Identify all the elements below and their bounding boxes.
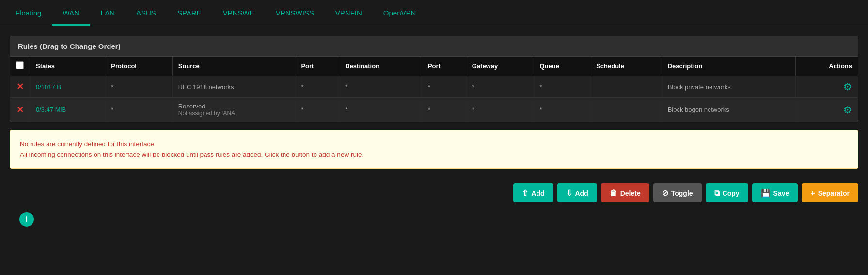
info-circle-icon[interactable]: i [19,212,34,227]
tab-floating[interactable]: Floating [5,0,52,26]
row1-port: * [295,76,339,98]
toggle-icon: ⊘ [662,188,668,198]
row2-actions: ⚙ [795,98,858,122]
warning-line1: No rules are currently defined for this … [20,139,848,150]
row1-protocol: * [105,76,172,98]
rules-panel: Rules (Drag to Change Order) States Prot… [10,36,858,122]
row1-description: Block private networks [662,76,795,98]
tab-lan[interactable]: LAN [90,0,126,26]
row1-gateway: * [466,76,534,98]
row2-schedule [590,98,662,122]
tab-openvpn[interactable]: OpenVPN [373,0,427,26]
col-dest-port: Port [422,57,466,76]
table-row: ✕ 0/3.47 MiB * Reserved Not assigned by … [10,98,858,122]
delete-icon: 🗑 [610,189,617,198]
add-down-label: Add [575,189,588,197]
table-row: ✕ 0/1017 B * RFC 1918 networks * * * * *… [10,76,858,98]
add-up-icon: ⇧ [522,188,528,198]
separator-label: Separator [818,189,850,197]
save-label: Save [773,189,789,197]
toggle-label: Toggle [671,189,693,197]
rules-title: Rules (Drag to Change Order) [10,36,858,57]
main-content: Rules (Drag to Change Order) States Prot… [0,26,868,241]
row1-actions: ⚙ [795,76,858,98]
row2-destination: * [339,98,422,122]
col-destination: Destination [339,57,422,76]
actions-row: ⇧ Add ⇩ Add 🗑 Delete ⊘ Toggle ⧉ Copy 💾 S… [10,179,858,207]
copy-icon: ⧉ [714,189,720,198]
add-up-button[interactable]: ⇧ Add [513,183,553,202]
separator-icon: + [810,189,815,198]
rules-table: States Protocol Source Port Destination … [10,57,858,122]
col-gateway: Gateway [466,57,534,76]
tab-wan[interactable]: WAN [52,0,90,26]
delete-label: Delete [620,189,641,197]
add-up-label: Add [531,189,544,197]
col-schedule: Schedule [590,57,662,76]
col-states: States [30,57,105,76]
delete-button[interactable]: 🗑 Delete [601,183,649,202]
tab-vpnswiss[interactable]: VPNSWISS [265,0,325,26]
row2-gateway: * [466,98,534,122]
row1-states-link[interactable]: 0/1017 B [36,83,61,91]
row1-states: 0/1017 B [30,76,105,98]
bottom-bar: i [10,207,858,231]
col-actions: Actions [795,57,858,76]
row2-dest-port: * [422,98,466,122]
row1-queue: * [534,76,590,98]
row1-dest-port: * [422,76,466,98]
col-source: Source [172,57,295,76]
warning-box: No rules are currently defined for this … [10,130,858,169]
tab-vpnfin[interactable]: VPNFIN [325,0,373,26]
add-down-button[interactable]: ⇩ Add [557,183,597,202]
row1-destination: * [339,76,422,98]
col-queue: Queue [534,57,590,76]
col-protocol: Protocol [105,57,172,76]
row1-gear-icon[interactable]: ⚙ [843,81,852,92]
row2-protocol: * [105,98,172,122]
save-icon: 💾 [761,188,771,198]
col-description: Description [662,57,795,76]
row2-checkbox-cell: ✕ [10,98,30,122]
row1-schedule [590,76,662,98]
separator-button[interactable]: + Separator [802,183,858,202]
tab-vpnswe[interactable]: VPNSWE [212,0,265,26]
row1-disabled-icon: ✕ [16,82,24,91]
add-down-icon: ⇩ [566,188,572,198]
table-header-row: States Protocol Source Port Destination … [10,57,858,76]
tab-asus[interactable]: ASUS [126,0,167,26]
row2-source-line2: Not assigned by IANA [178,110,289,117]
row1-source: RFC 1918 networks [172,76,295,98]
row2-source-line1: Reserved [178,103,289,110]
row2-gear-icon[interactable]: ⚙ [843,105,852,115]
toggle-button[interactable]: ⊘ Toggle [653,183,702,202]
row1-checkbox-cell: ✕ [10,76,30,98]
col-port: Port [295,57,339,76]
save-button[interactable]: 💾 Save [752,183,798,202]
row2-description: Block bogon networks [662,98,795,122]
select-all-checkbox[interactable] [16,61,24,69]
row2-queue: * [534,98,590,122]
row2-states-link[interactable]: 0/3.47 MiB [36,106,66,113]
row2-port: * [295,98,339,122]
warning-line2: All incoming connections on this interfa… [20,150,848,160]
tab-bar: Floating WAN LAN ASUS SPARE VPNSWE VPNSW… [0,0,868,26]
row2-disabled-icon: ✕ [16,106,24,114]
tab-spare[interactable]: SPARE [167,0,212,26]
row2-states: 0/3.47 MiB [30,98,105,122]
copy-label: Copy [723,189,740,197]
col-checkbox [10,57,30,76]
row2-source: Reserved Not assigned by IANA [172,98,295,122]
copy-button[interactable]: ⧉ Copy [706,183,748,202]
